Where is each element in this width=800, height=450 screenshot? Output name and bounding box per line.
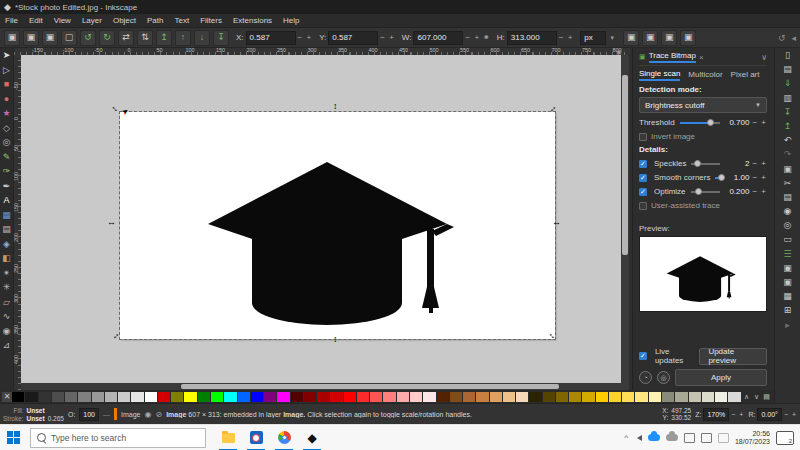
apply-button[interactable]: Apply [675,369,767,386]
palette-swatch[interactable] [662,392,674,402]
palette-swatch[interactable] [39,392,51,402]
palette-swatch[interactable] [543,392,555,402]
taskbar-search-input[interactable]: Type here to search [30,428,206,448]
palette-swatch[interactable] [184,392,196,402]
canvas[interactable]: ↔↕↔↔↔↔↕↔ ➤ [21,55,621,383]
gradient-tool[interactable]: ▦ [1,210,13,221]
palette-swatch[interactable] [728,392,740,402]
palette-swatch[interactable] [344,392,356,402]
palette-swatch[interactable] [490,392,502,402]
x-stepper[interactable]: − + [298,33,313,42]
palette-swatch[interactable] [702,392,714,402]
rotate-ccw-icon[interactable]: ↺ [80,30,96,46]
palette-swatch[interactable] [556,392,568,402]
rotation-field[interactable]: 0.00° [757,408,781,421]
opacity-field[interactable]: 100 [79,408,99,421]
threshold-stepper[interactable]: − + [752,118,767,127]
zoom-drawing-icon[interactable]: ◎ [780,220,796,231]
calligraphy-tool[interactable]: ✒ [1,181,13,192]
scale-handle-icon[interactable]: ↕ [333,335,338,344]
undo-icon[interactable]: ↶ [780,135,796,146]
palette-swatch[interactable] [105,392,117,402]
y-stepper[interactable]: − + [380,33,395,42]
measure-tool[interactable]: ⊿ [1,340,13,351]
flip-horizontal-icon[interactable]: ⇄ [118,30,134,46]
cut-icon[interactable]: ✂ [780,178,796,189]
optimize-value[interactable]: 0.200 [725,187,749,196]
pencil-tool[interactable]: ✎ [1,152,13,163]
y-field[interactable]: 0.587 [328,31,378,45]
palette-swatch[interactable] [410,392,422,402]
tray-icon-2[interactable] [701,433,712,443]
select-all-layers-icon[interactable]: ▣ [42,30,58,46]
flip-vertical-icon[interactable]: ⇅ [137,30,153,46]
palette-swatch[interactable] [370,392,382,402]
paste-icon[interactable]: ▤ [780,192,796,203]
panel-title[interactable]: Trace Bitmap [649,51,696,63]
zoom-selection-icon[interactable]: ◉ [780,206,796,217]
x-field[interactable]: 0.587 [246,31,296,45]
more-commands-icon[interactable]: ▸ [780,320,796,331]
taskbar-chrome[interactable] [270,425,298,450]
palette-swatch[interactable] [423,392,435,402]
tab-pixel-art[interactable]: Pixel art [731,70,760,80]
lock-ratio-icon[interactable]: ⚭ [483,33,490,42]
palette-swatch[interactable] [450,392,462,402]
selector-tool[interactable]: ➤ [1,50,13,61]
dropper-tool[interactable]: ◈ [1,239,13,250]
rotation-stepper[interactable]: − + [784,411,797,418]
select-all-icon[interactable]: ▣ [23,30,39,46]
graduation-cap-image[interactable] [120,112,555,339]
palette-swatch[interactable] [569,392,581,402]
print-icon[interactable]: ▥ [780,93,796,104]
layer-visibility-icon[interactable]: ◉ [144,410,151,419]
palette-menu-icon[interactable]: ▤ [762,393,772,401]
palette-swatch[interactable] [198,392,210,402]
menu-filters[interactable]: Filters [200,16,222,25]
rectangle-tool[interactable]: ■ [1,79,13,90]
taskbar-clock[interactable]: 20:56 18/07/2023 [735,430,770,446]
vertical-scrollbar-thumb[interactable] [622,75,628,255]
new-document-icon[interactable]: ▯ [780,50,796,61]
star-tool[interactable]: ★ [1,108,13,119]
menu-extensions[interactable]: Extensions [233,16,272,25]
palette-swatch[interactable] [463,392,475,402]
palette-swatch[interactable] [317,392,329,402]
tab-multicolor[interactable]: Multicolor [688,70,722,80]
tray-chevron-icon[interactable]: ^ [624,433,628,442]
speckles-checkbox[interactable]: ✓ [639,160,647,168]
menu-view[interactable]: View [54,16,71,25]
unit-select[interactable]: px [580,31,606,45]
palette-swatch[interactable] [224,392,236,402]
zoom-page-icon[interactable]: ▭ [780,234,796,245]
import-icon[interactable]: ↧ [780,107,796,118]
menu-layer[interactable]: Layer [82,16,102,25]
palette-swatch[interactable] [715,392,727,402]
layer-name[interactable]: Image [121,411,140,418]
palette-swatch[interactable] [397,392,409,402]
scale-handle-icon[interactable]: ↔ [107,218,116,227]
palette-swatch[interactable] [635,392,647,402]
node-tool[interactable]: ▷ [1,65,13,76]
layer-lock-icon[interactable]: ⊘ [155,410,162,419]
opacity-slider[interactable]: — [103,411,110,418]
panel-info-button[interactable]: ◎ [657,371,670,384]
palette-swatch[interactable] [131,392,143,402]
onedrive-icon[interactable] [648,434,660,441]
palette-swatch[interactable] [689,392,701,402]
start-button[interactable] [0,425,26,450]
copy-icon[interactable]: ▣ [780,164,796,175]
palette-swatch[interactable] [529,392,541,402]
palette-swatch[interactable] [649,392,661,402]
palette-swatch[interactable] [118,392,130,402]
volume-icon[interactable] [634,435,642,441]
palette-swatch[interactable] [357,392,369,402]
menu-edit[interactable]: Edit [29,16,43,25]
move-gradients-toggle-icon[interactable]: ▣ [661,30,677,46]
save-document-icon[interactable]: ⇓ [780,78,796,89]
smooth-corners-checkbox[interactable]: ✓ [639,174,647,182]
tray-icon-1[interactable] [684,433,695,443]
w-stepper[interactable]: − + [465,33,480,42]
zoom-field[interactable]: 170% [703,408,729,421]
invert-image-checkbox[interactable] [639,133,647,141]
